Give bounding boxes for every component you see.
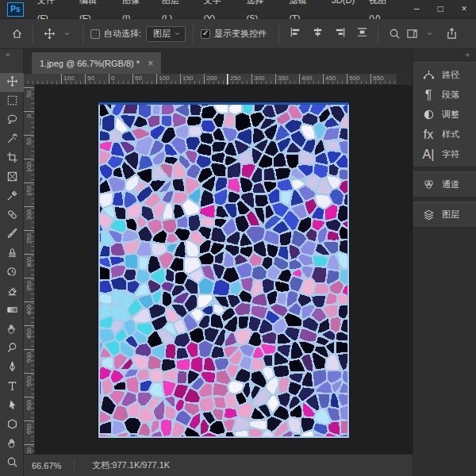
window-controls: – □ × xyxy=(405,0,476,18)
share-icon[interactable] xyxy=(443,25,460,44)
panel-item-character[interactable]: A|字符 xyxy=(413,144,476,164)
shape-tool[interactable] xyxy=(0,416,24,435)
frame-tool[interactable] xyxy=(0,168,24,187)
ruler-label: 0 xyxy=(24,111,34,112)
chevron-down-icon[interactable] xyxy=(420,25,438,44)
ruler-label: 600 xyxy=(24,397,34,397)
status-bar: 66.67% 文档:977.1K/977.1K xyxy=(24,454,413,476)
ruler-label: 350 xyxy=(275,74,288,84)
history-brush-tool[interactable] xyxy=(0,263,24,282)
smudge-tool[interactable] xyxy=(0,321,24,340)
distribute-button[interactable] xyxy=(353,25,370,44)
home-icon[interactable] xyxy=(8,25,25,44)
zoom-level-field[interactable]: 66.67% xyxy=(32,461,75,470)
ruler-label: 500 xyxy=(24,349,34,350)
divider xyxy=(278,25,279,44)
workspace-switcher-icon[interactable] xyxy=(403,25,420,44)
brush-tool[interactable] xyxy=(0,225,24,244)
panel-item-layers[interactable]: 图层 xyxy=(413,205,476,225)
horizontal-ruler[interactable]: 10050050100150200250300350400450500550 xyxy=(24,74,397,85)
ruler-label: 450 xyxy=(24,325,34,326)
auto-select-checkbox[interactable] xyxy=(90,29,100,39)
ruler-label: 550 xyxy=(24,373,34,374)
search-icon[interactable] xyxy=(386,25,403,44)
type-tool[interactable] xyxy=(0,378,24,397)
clone-stamp-tool[interactable] xyxy=(0,244,24,263)
move-tool[interactable] xyxy=(0,73,24,92)
tab-close-icon[interactable]: × xyxy=(148,58,153,69)
document-image[interactable] xyxy=(98,102,349,438)
align-right-button[interactable] xyxy=(331,25,348,44)
panel-item-styles[interactable]: fx样式 xyxy=(413,125,476,144)
ruler-label: 50 xyxy=(24,135,34,136)
ruler-label: 250 xyxy=(228,74,240,84)
panel-item-paragraph[interactable]: ¶段落 xyxy=(413,85,476,105)
close-button[interactable]: × xyxy=(452,0,476,18)
rectangular-marquee-tool[interactable] xyxy=(0,92,24,111)
ruler-label: 100 xyxy=(24,159,34,159)
photoshop-window: Ps 文件(F)编辑(E)图像(I)图层(L)文字(Y)选择(S)滤镜(T)3D… xyxy=(0,0,476,476)
zoom-tool[interactable] xyxy=(0,454,24,473)
crop-tool[interactable] xyxy=(0,149,24,168)
panel-item-channels[interactable]: 通道 xyxy=(413,175,476,194)
panel-item-adjustments[interactable]: 调整 xyxy=(413,105,476,125)
gradient-tool[interactable] xyxy=(0,301,24,321)
align-left-button[interactable] xyxy=(286,25,304,44)
ruler-label: 50 xyxy=(132,74,142,84)
eraser-tool[interactable] xyxy=(0,282,24,301)
document-size-info: 文档:977.1K/977.1K xyxy=(92,459,170,471)
ruler-label: 400 xyxy=(24,301,34,302)
ruler-label: 400 xyxy=(299,74,312,84)
canvas-area[interactable] xyxy=(35,85,413,454)
minimize-button[interactable]: – xyxy=(405,0,428,18)
panel-collapse-icon[interactable]: « xyxy=(413,49,476,62)
ruler-label: 650 xyxy=(24,420,34,421)
divider xyxy=(193,25,194,44)
panel-item-paths[interactable]: 路径 xyxy=(413,65,476,85)
align-center-button[interactable] xyxy=(309,25,326,44)
panel-group: 图层 xyxy=(413,202,476,228)
panel-group: 通道 xyxy=(413,171,476,198)
ruler-label: 50 xyxy=(24,87,34,88)
ruler-label: 0 xyxy=(109,74,114,84)
path-selection-tool[interactable] xyxy=(0,397,24,416)
ruler-label: 350 xyxy=(24,278,34,278)
chevron-down-icon[interactable] xyxy=(58,25,75,44)
panel-group: 路径¶段落调整fx样式A|字符 xyxy=(413,62,476,167)
document-tab-title: 1.jpeg @ 66.7%(RGB/8) * xyxy=(40,59,140,68)
auto-select-value: 图层 xyxy=(153,28,171,40)
ruler-label: 100 xyxy=(156,74,169,84)
photoshop-logo-icon: Ps xyxy=(7,2,24,17)
auto-select-target-dropdown[interactable]: 图层 xyxy=(146,26,186,42)
ruler-label: 450 xyxy=(323,74,336,84)
ruler-label: 200 xyxy=(204,74,217,84)
right-panel-dock: « 路径¶段落调整fx样式A|字符 通道 图层 xyxy=(413,49,476,476)
healing-brush-tool[interactable] xyxy=(0,206,24,225)
tool-bar xyxy=(0,73,23,473)
eyedropper-tool[interactable] xyxy=(0,187,24,206)
show-transform-label: 显示变换控件 xyxy=(214,28,267,40)
ruler-label: 200 xyxy=(24,206,34,207)
move-tool-preset-icon[interactable] xyxy=(40,25,58,44)
document-tab[interactable]: 1.jpeg @ 66.7%(RGB/8) * × xyxy=(32,52,161,74)
menu-bar: Ps 文件(F)编辑(E)图像(I)图层(L)文字(Y)选择(S)滤镜(T)3D… xyxy=(0,0,476,19)
options-bar: 自动选择: 图层 显示变换控件 xyxy=(0,19,476,49)
ruler-label: 100 xyxy=(61,74,74,84)
auto-select-label: 自动选择: xyxy=(104,28,141,40)
toolbar-expand-icon[interactable]: » xyxy=(0,49,23,62)
ruler-label: 300 xyxy=(24,254,34,255)
ruler-label: 700 xyxy=(24,444,34,445)
show-transform-checkbox[interactable] xyxy=(201,29,210,39)
hand-tool[interactable] xyxy=(0,435,24,454)
pen-tool[interactable] xyxy=(0,359,24,378)
lasso-tool[interactable] xyxy=(0,111,24,130)
divider xyxy=(33,25,33,44)
ruler-label: 550 xyxy=(370,74,383,84)
maximize-button[interactable]: □ xyxy=(428,0,452,18)
divider xyxy=(83,25,83,44)
ruler-label: 500 xyxy=(347,74,359,84)
dodge-tool[interactable] xyxy=(0,340,24,359)
vertical-ruler[interactable]: 5005010015020025030035040045050055060065… xyxy=(24,85,35,454)
tab-bar: 1.jpeg @ 66.7%(RGB/8) * × xyxy=(24,49,413,74)
magic-wand-tool[interactable] xyxy=(0,130,24,149)
